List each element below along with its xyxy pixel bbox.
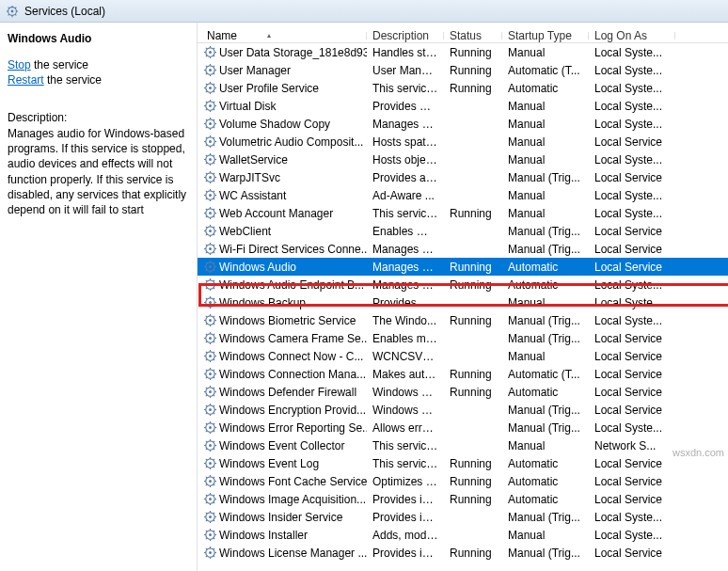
cell-desc: Ad-Aware ... xyxy=(367,189,444,202)
col-name-header[interactable]: Name▴ xyxy=(198,29,367,42)
cell-logon: Local Service xyxy=(589,386,675,399)
col-logon-header[interactable]: Log On As xyxy=(589,29,675,42)
svg-line-18 xyxy=(206,56,207,56)
svg-point-201 xyxy=(209,390,212,393)
cell-desc: Optimizes p... xyxy=(367,475,444,488)
cell-logon: Local Syste... xyxy=(589,100,675,113)
service-row[interactable]: Volume Shadow CopyManages an...ManualLoc… xyxy=(198,115,728,133)
svg-point-231 xyxy=(209,444,212,447)
svg-line-278 xyxy=(206,520,207,521)
stop-link[interactable]: Stop xyxy=(8,58,31,71)
service-row[interactable]: WebClientEnables Win...Manual (Trig...Lo… xyxy=(198,222,728,240)
service-row[interactable]: Volumetric Audio Composit...Hosts spatia… xyxy=(198,133,728,151)
cell-desc: Provides im... xyxy=(367,493,444,506)
cell-startup: Manual (Trig... xyxy=(502,547,589,560)
service-row[interactable]: Web Account ManagerThis service ...Runni… xyxy=(198,204,728,222)
service-name-text: Windows Defender Firewall xyxy=(219,386,356,399)
cell-name: WebClient xyxy=(198,224,367,238)
cell-desc: Allows error... xyxy=(367,421,444,435)
description-heading: Description: xyxy=(8,111,189,124)
service-row[interactable]: Windows Font Cache ServiceOptimizes p...… xyxy=(198,472,728,490)
svg-line-136 xyxy=(206,262,207,263)
col-startup-header[interactable]: Startup Type xyxy=(502,29,589,42)
svg-point-241 xyxy=(209,462,212,465)
service-row[interactable]: Windows Insider ServiceProvides inf...Ma… xyxy=(198,508,728,526)
cell-logon: Local Syste... xyxy=(589,118,675,131)
svg-line-276 xyxy=(206,513,207,514)
service-row[interactable]: WarpJITSvcProvides a JI...Manual (Trig..… xyxy=(198,168,728,186)
cell-startup: Manual xyxy=(502,529,589,542)
svg-line-206 xyxy=(206,388,207,389)
service-row[interactable]: Windows AudioManages au...RunningAutomat… xyxy=(198,258,728,276)
service-name-text: Windows Backup xyxy=(219,296,306,309)
gear-icon xyxy=(203,206,217,220)
service-row[interactable]: Windows Defender FirewallWindows D...Run… xyxy=(198,383,728,401)
gear-icon xyxy=(203,331,217,345)
svg-line-297 xyxy=(214,556,214,557)
service-name-text: WC Assistant xyxy=(219,189,286,202)
service-row[interactable]: Virtual DiskProvides m...ManualLocal Sys… xyxy=(198,97,728,115)
gear-icon xyxy=(203,438,217,452)
cell-name: WalletService xyxy=(198,152,367,167)
service-row[interactable]: Windows InstallerAdds, modi...ManualLoca… xyxy=(198,526,728,544)
service-row[interactable]: Wi-Fi Direct Services Conne...Manages co… xyxy=(198,240,728,258)
cell-logon: Local Syste... xyxy=(589,46,675,59)
cell-desc: Provides a JI... xyxy=(367,171,444,184)
col-status-header[interactable]: Status xyxy=(444,29,502,42)
col-desc-header[interactable]: Description xyxy=(367,29,444,42)
service-row[interactable]: Windows Encryption Provid...Windows E...… xyxy=(198,401,728,419)
service-row[interactable]: User ManagerUser Manag...RunningAutomati… xyxy=(198,61,728,79)
cell-desc: Windows D... xyxy=(367,386,444,399)
service-name-text: Virtual Disk xyxy=(219,100,276,113)
svg-line-36 xyxy=(206,84,207,85)
svg-point-61 xyxy=(209,140,212,143)
cell-startup: Manual (Trig... xyxy=(502,511,589,524)
service-row[interactable]: WalletServiceHosts objec...ManualLocal S… xyxy=(198,151,728,168)
svg-point-111 xyxy=(209,230,212,232)
svg-line-268 xyxy=(206,502,207,503)
cell-status: Running xyxy=(444,46,502,59)
svg-line-76 xyxy=(206,155,207,156)
service-name-text: Windows Font Cache Service xyxy=(219,475,367,488)
cell-desc: Provides inf... xyxy=(367,547,444,560)
gear-icon xyxy=(203,456,217,470)
service-row[interactable]: Windows Biometric ServiceThe Windo...Run… xyxy=(198,311,728,329)
service-row[interactable]: Windows Connection Mana...Makes auto...R… xyxy=(198,365,728,383)
cell-logon: Local Service xyxy=(589,368,675,381)
service-row[interactable]: Windows Event LogThis service ...Running… xyxy=(198,454,728,472)
service-row[interactable]: User Profile ServiceThis service ...Runn… xyxy=(198,79,728,97)
service-row[interactable]: User Data Storage_181e8d93Handles sto...… xyxy=(198,43,728,61)
svg-line-99 xyxy=(214,191,214,192)
cell-desc: Windows E... xyxy=(367,404,444,417)
service-row[interactable]: Windows BackupProvides Wi...ManualLocal … xyxy=(198,293,728,311)
gear-icon xyxy=(203,170,217,184)
svg-line-229 xyxy=(214,423,214,424)
svg-line-116 xyxy=(206,227,207,228)
svg-line-156 xyxy=(206,298,207,299)
svg-point-51 xyxy=(209,122,212,125)
svg-line-186 xyxy=(206,352,207,353)
svg-line-187 xyxy=(214,359,214,360)
svg-point-221 xyxy=(209,426,212,429)
gear-icon xyxy=(203,420,217,435)
restart-link[interactable]: Restart xyxy=(8,73,44,87)
service-row[interactable]: Windows Error Reporting Se...Allows erro… xyxy=(198,419,728,436)
service-row[interactable]: WC AssistantAd-Aware ...ManualLocal Syst… xyxy=(198,186,728,204)
service-row[interactable]: Windows Image Acquisition...Provides im.… xyxy=(198,490,728,508)
cell-logon: Local Service xyxy=(589,225,675,238)
svg-line-68 xyxy=(206,145,207,146)
svg-line-257 xyxy=(214,484,214,485)
service-name-text: Windows Event Log xyxy=(219,457,319,470)
service-row[interactable]: Windows License Manager ...Provides inf.… xyxy=(198,544,728,562)
cell-name: Windows Audio xyxy=(198,260,367,274)
service-row[interactable]: Windows Camera Frame Se...Enables mul...… xyxy=(198,329,728,347)
service-name-text: WarpJITSvc xyxy=(219,171,280,184)
svg-point-101 xyxy=(209,212,212,214)
service-row[interactable]: Windows Event CollectorThis service ...M… xyxy=(198,436,728,454)
cell-name: Windows Event Collector xyxy=(198,438,367,452)
svg-line-287 xyxy=(214,538,214,539)
service-row[interactable]: Windows Connect Now - C...WCNCSVC ...Man… xyxy=(198,347,728,365)
svg-point-281 xyxy=(209,533,212,536)
service-row[interactable]: Windows Audio Endpoint B...Manages au...… xyxy=(198,276,728,293)
cell-name: WC Assistant xyxy=(198,188,367,202)
